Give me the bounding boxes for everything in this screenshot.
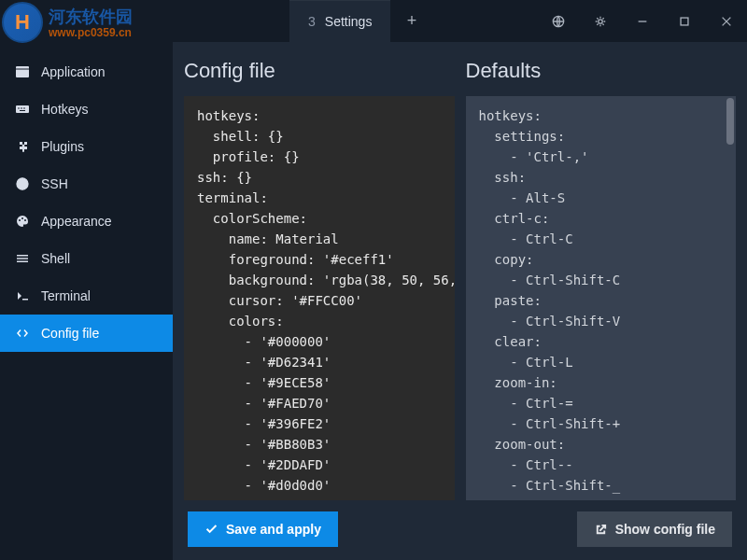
svg-rect-8 — [20, 110, 25, 111]
svg-point-7 — [23, 107, 25, 109]
svg-point-5 — [18, 107, 20, 109]
sidebar-item-label: SSH — [41, 176, 68, 191]
svg-rect-2 — [681, 18, 688, 25]
tab-number: 3 — [308, 14, 316, 29]
svg-point-1 — [598, 19, 601, 22]
save-button-label: Save and apply — [226, 522, 321, 537]
sidebar-item-label: Hotkeys — [41, 102, 89, 117]
defaults-viewer: hotkeys: settings: - 'Ctrl-,' ssh: - Alt… — [466, 96, 737, 500]
content-area: Config file hotkeys: shell: {} profile: … — [173, 42, 747, 560]
svg-point-11 — [21, 217, 23, 219]
svg-rect-4 — [16, 105, 29, 113]
sidebar-item-label: Appearance — [41, 214, 112, 229]
config-editor[interactable]: hotkeys: shell: {} profile: {} ssh: {} t… — [184, 96, 455, 500]
defaults-panel: Defaults hotkeys: settings: - 'Ctrl-,' s… — [466, 42, 737, 500]
sidebar-item-appearance[interactable]: Appearance — [0, 203, 173, 240]
close-button[interactable] — [705, 0, 747, 42]
config-file-panel: Config file hotkeys: shell: {} profile: … — [184, 42, 455, 500]
maximize-button[interactable] — [663, 0, 705, 42]
sidebar-item-shell[interactable]: Shell — [0, 240, 173, 277]
sidebar-item-ssh[interactable]: SSH — [0, 165, 173, 203]
keyboard-icon — [15, 102, 30, 117]
window-icon — [15, 64, 30, 79]
sidebar-item-hotkeys[interactable]: Hotkeys — [0, 91, 173, 128]
defaults-code: hotkeys: settings: - 'Ctrl-,' ssh: - Alt… — [479, 108, 621, 500]
open-icon — [594, 523, 608, 537]
tab-label: Settings — [325, 14, 373, 29]
gear-icon[interactable] — [579, 0, 621, 42]
puzzle-icon — [15, 139, 30, 154]
svg-point-10 — [19, 219, 21, 221]
sidebar-item-label: Plugins — [41, 139, 84, 154]
show-button-label: Show config file — [615, 522, 715, 537]
svg-point-12 — [24, 219, 26, 221]
panel-title-config: Config file — [184, 42, 455, 96]
sidebar-item-terminal[interactable]: Terminal — [0, 277, 173, 315]
config-code: hotkeys: shell: {} profile: {} ssh: {} t… — [197, 108, 455, 500]
tab-add-button[interactable]: + — [390, 0, 432, 42]
terminal-icon — [15, 288, 30, 303]
sidebar-item-plugins[interactable]: Plugins — [0, 128, 173, 165]
globe-icon[interactable] — [537, 0, 579, 42]
globe-icon — [15, 176, 30, 191]
save-and-apply-button[interactable]: Save and apply — [188, 511, 338, 547]
scrollbar[interactable] — [726, 98, 734, 145]
panel-title-defaults: Defaults — [466, 42, 737, 96]
plus-icon: + — [407, 11, 417, 31]
footer: Save and apply Show config file — [173, 500, 747, 560]
tab-settings[interactable]: 3 Settings — [289, 0, 390, 42]
palette-icon — [15, 214, 30, 229]
code-icon — [15, 326, 30, 341]
check-icon — [204, 523, 218, 537]
sidebar-item-config-file[interactable]: Config file — [0, 315, 173, 352]
list-icon — [15, 251, 30, 266]
sidebar: Application Hotkeys Plugins SSH Appearan… — [0, 42, 173, 560]
sidebar-item-label: Application — [41, 64, 106, 79]
svg-rect-3 — [16, 66, 29, 77]
sidebar-item-label: Shell — [41, 251, 70, 266]
svg-point-6 — [21, 107, 22, 109]
sidebar-item-application[interactable]: Application — [0, 53, 173, 91]
sidebar-item-label: Terminal — [41, 288, 91, 303]
minimize-button[interactable] — [621, 0, 663, 42]
show-config-file-button[interactable]: Show config file — [577, 511, 732, 547]
tab-area: 3 Settings + — [0, 0, 537, 42]
window-controls — [537, 0, 747, 42]
sidebar-item-label: Config file — [41, 326, 99, 341]
titlebar: 3 Settings + — [0, 0, 747, 42]
